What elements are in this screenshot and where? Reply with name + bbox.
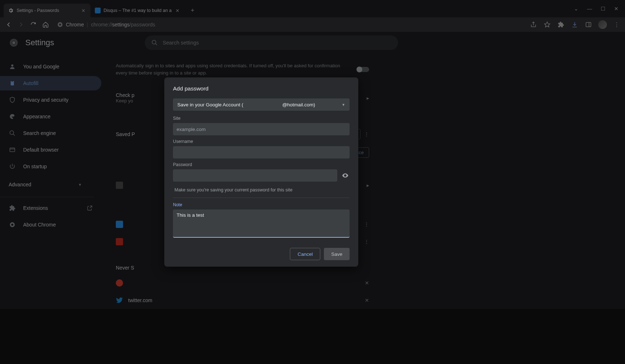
person-icon — [9, 63, 16, 70]
settings-header: Settings Search settings — [0, 32, 625, 54]
url-scheme: Chrome — [66, 22, 84, 27]
sidebar-item-on-startup[interactable]: On startup — [0, 159, 101, 174]
saved-passwords-title: Saved P — [116, 131, 135, 137]
external-link-icon — [87, 205, 93, 211]
svg-point-13 — [11, 224, 13, 226]
new-tab-button[interactable]: ＋ — [187, 5, 198, 15]
svg-rect-9 — [12, 81, 13, 82]
cancel-button[interactable]: Cancel — [290, 248, 320, 260]
note-label: Note — [173, 202, 350, 207]
chevron-right-icon: ▸ — [367, 182, 369, 188]
chrome-icon — [57, 22, 63, 27]
more-menu-icon[interactable]: ⋮ — [364, 221, 369, 227]
search-icon — [9, 130, 16, 137]
site-label: Site — [173, 116, 350, 121]
site-favicon — [116, 182, 123, 189]
more-menu-icon[interactable]: ⋮ — [364, 131, 369, 137]
clipboard-icon — [9, 80, 16, 87]
add-password-dialog: Add password Save in your Google Account… — [164, 77, 358, 267]
sidebar-item-autofill[interactable]: Autofill — [0, 76, 101, 90]
username-input[interactable] — [173, 146, 350, 158]
password-input[interactable] — [173, 169, 337, 182]
close-tab-icon[interactable]: ✕ — [80, 8, 86, 13]
dialog-title: Add password — [173, 85, 350, 92]
svg-point-10 — [10, 131, 14, 135]
site-input[interactable] — [173, 123, 350, 135]
palette-icon — [9, 113, 16, 120]
svg-point-6 — [152, 40, 156, 44]
maximize-icon[interactable]: ☐ — [601, 6, 605, 12]
chevron-right-icon: ▸ — [367, 95, 369, 101]
tab-title: Disqus – The #1 way to build an a — [104, 8, 172, 13]
password-helper-text: Make sure you're saving your current pas… — [173, 182, 350, 198]
power-icon — [9, 163, 16, 170]
autosignin-description: Automatically sign in to sites and apps … — [116, 62, 350, 76]
downloads-icon[interactable] — [571, 21, 579, 29]
settings-title: Settings — [25, 38, 54, 47]
site-favicon — [116, 221, 123, 228]
close-tab-icon[interactable]: ✕ — [174, 8, 180, 13]
settings-search-input[interactable]: Search settings — [145, 35, 398, 50]
reload-button[interactable] — [29, 20, 38, 29]
autosignin-toggle[interactable] — [357, 67, 369, 72]
search-icon — [151, 39, 158, 46]
profile-avatar[interactable] — [598, 20, 607, 29]
sidebar-item-default-browser[interactable]: Default browser — [0, 143, 101, 157]
shield-icon — [9, 96, 16, 103]
puzzle-icon — [9, 204, 16, 212]
save-button[interactable]: Save — [324, 248, 350, 260]
show-password-icon[interactable] — [341, 172, 350, 179]
menu-icon[interactable]: ⋮ — [613, 21, 621, 29]
username-label: Username — [173, 139, 350, 144]
sidebar-item-you-and-google[interactable]: You and Google — [0, 59, 101, 74]
sidebar-item-about[interactable]: About Chrome — [0, 217, 101, 232]
chevron-down-icon: ▼ — [342, 103, 345, 107]
svg-point-5 — [12, 41, 15, 44]
svg-rect-8 — [11, 81, 14, 85]
back-button[interactable] — [4, 20, 13, 29]
sidebar-advanced-toggle[interactable]: Advanced ▼ — [0, 176, 90, 193]
bookmark-icon[interactable] — [543, 21, 551, 29]
svg-rect-11 — [10, 148, 15, 152]
settings-sidebar: You and Google Autofill Privacy and secu… — [0, 32, 101, 309]
minimize-icon[interactable]: ― — [587, 6, 592, 12]
never-saved-row: ✕ — [116, 274, 369, 292]
save-location-dropdown[interactable]: Save in your Google Account ( @hotmail.c… — [173, 98, 350, 111]
never-saved-row: twitter.com ✕ — [116, 292, 369, 309]
browser-toolbar: Chrome | chrome://settings/passwords ⋮ — [0, 17, 625, 32]
extensions-icon[interactable] — [557, 21, 565, 29]
sidebar-item-appearance[interactable]: Appearance — [0, 109, 101, 124]
home-button[interactable] — [41, 20, 50, 29]
note-input[interactable] — [173, 209, 350, 238]
sidebar-divider — [0, 197, 94, 197]
remove-icon[interactable]: ✕ — [365, 297, 369, 303]
browser-titlebar: Settings - Passwords ✕ Disqus – The #1 w… — [0, 0, 625, 17]
password-label: Password — [173, 162, 350, 167]
site-favicon — [116, 279, 123, 287]
chevron-down-icon[interactable]: ⌄ — [574, 6, 578, 12]
gear-icon — [8, 8, 14, 13]
remove-icon[interactable]: ✕ — [365, 280, 369, 286]
close-window-icon[interactable]: ✕ — [614, 6, 618, 12]
browser-tab-disqus[interactable]: Disqus – The #1 way to build an a ✕ — [90, 4, 185, 17]
twitter-icon — [116, 297, 123, 304]
svg-point-7 — [11, 64, 13, 67]
more-menu-icon[interactable]: ⋮ — [364, 239, 369, 245]
svg-rect-2 — [586, 22, 591, 27]
svg-point-14 — [345, 175, 346, 176]
chevron-down-icon: ▼ — [78, 183, 82, 187]
forward-button[interactable] — [17, 20, 25, 29]
sidepanel-icon[interactable] — [584, 21, 592, 29]
address-bar[interactable]: Chrome | chrome://settings/passwords — [54, 19, 159, 30]
sidebar-item-extensions[interactable]: Extensions — [0, 201, 101, 215]
sidebar-item-privacy[interactable]: Privacy and security — [0, 93, 101, 107]
browser-icon — [9, 146, 16, 153]
svg-point-1 — [59, 24, 61, 25]
share-icon[interactable] — [529, 21, 537, 29]
sidebar-item-search-engine[interactable]: Search engine — [0, 126, 101, 140]
disqus-icon — [95, 8, 101, 13]
chrome-icon — [9, 221, 16, 228]
chrome-logo-icon — [9, 38, 18, 47]
browser-tab-settings[interactable]: Settings - Passwords ✕ — [4, 4, 90, 17]
site-favicon — [116, 238, 123, 245]
